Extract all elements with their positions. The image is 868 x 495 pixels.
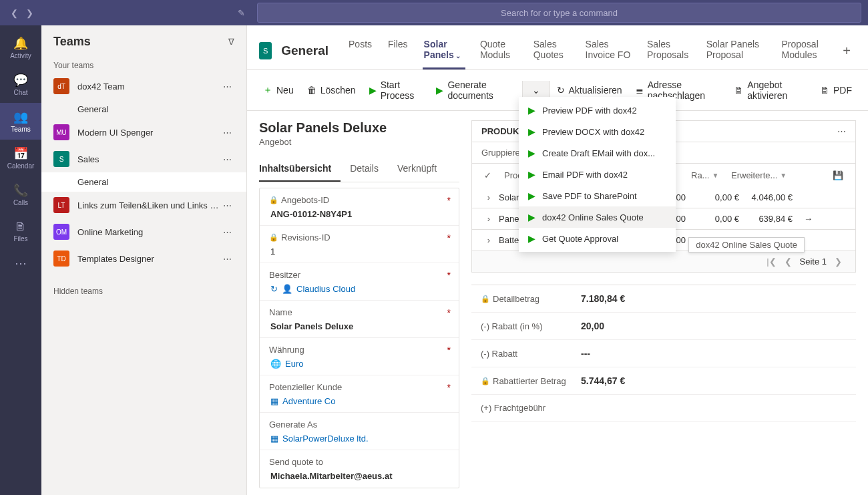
team-more-icon[interactable]: ⋯ (220, 128, 234, 138)
field[interactable]: NameSolar Panels Deluxe* (260, 301, 459, 338)
pager-page: Seite 1 (800, 257, 827, 267)
save-icon[interactable]: 💾 (827, 168, 849, 183)
nav-back-icon[interactable]: ❮ (7, 5, 22, 21)
team-more-icon[interactable]: ⋯ (220, 227, 234, 237)
hidden-teams-label: Hidden teams (41, 284, 246, 299)
record-title: Solar Panels Deluxe (259, 120, 459, 136)
record-subtitle: Angebot (259, 137, 459, 147)
field-value: Michaela.Mitarbeiter@aeus.at (269, 471, 449, 481)
channel-item[interactable]: General (41, 100, 246, 119)
pager-next-icon[interactable]: ❯ (835, 257, 842, 267)
field-label: Potenzieller Kunde (269, 382, 449, 392)
expand-icon[interactable]: › (479, 235, 499, 245)
field[interactable]: Besitzer↻👤Claudius Cloud* (260, 263, 459, 301)
teams-icon: 👥 (13, 110, 28, 124)
field-value[interactable]: ↻👤Claudius Cloud (269, 284, 449, 294)
column-header[interactable]: Ra...▼ (686, 168, 726, 183)
delete-button[interactable]: 🗑Löschen (300, 81, 363, 100)
expand-icon[interactable]: › (479, 214, 499, 224)
field-value[interactable]: 🌐Euro (269, 359, 449, 369)
channel-tab[interactable]: Sales Proposals (639, 32, 698, 69)
field-label: Besitzer (269, 270, 449, 280)
calendar-icon: 📅 (13, 146, 28, 161)
channel-header: S General PostsFilesSolar Panels⌄Quote M… (247, 25, 868, 70)
search-input[interactable]: Search for or type a command (257, 3, 861, 23)
dropdown-item[interactable]: ▶dox42 Online Sales Quote (519, 206, 676, 228)
filter-icon[interactable]: ∇ (228, 37, 234, 47)
channel-tab[interactable]: Sales Quotes (525, 32, 578, 69)
pager-first-icon[interactable]: |❮ (767, 257, 776, 267)
team-item[interactable]: TDTemplates Designer⋯ (41, 245, 246, 272)
channel-tab[interactable]: Solar Panels⌄ (416, 32, 472, 69)
rail-item-teams[interactable]: 👥Teams (0, 103, 41, 140)
team-more-icon[interactable]: ⋯ (220, 254, 234, 264)
field[interactable]: Generate As▦SolarPowerDeluxe ltd. (260, 413, 459, 450)
dropdown-item[interactable]: ▶Save PDF to SharePoint (519, 185, 676, 206)
dropdown-item[interactable]: ▶Get Quote Approval (519, 228, 676, 249)
field-value[interactable]: ▦Adventure Co (269, 396, 449, 406)
team-name: Links zum Teilen&Liken und Links zu i... (77, 200, 220, 210)
rail-item-activity[interactable]: 🔔Activity (0, 29, 41, 66)
check-column[interactable]: ✓ (479, 168, 499, 183)
dropdown-item[interactable]: ▶Preview DOCX with dox42 (519, 121, 676, 142)
channel-tab[interactable]: Posts (341, 32, 380, 69)
channel-tab[interactable]: Solar Panels Proposal (698, 32, 774, 69)
channel-tab[interactable]: Quote Moduls (472, 32, 525, 69)
detail-tab[interactable]: Details (350, 158, 388, 182)
team-item[interactable]: dTdox42 Team⋯ (41, 73, 246, 100)
play-icon: ▶ (528, 190, 535, 201)
summary-label: (-) Rabatt (in %) (481, 321, 581, 331)
filter-icon: ▼ (712, 172, 718, 179)
rail-item-calendar[interactable]: 📅Calendar (0, 140, 41, 176)
team-more-icon[interactable]: ⋯ (220, 81, 234, 92)
team-item[interactable]: OMOnline Marketing⋯ (41, 218, 246, 245)
team-item[interactable]: MUModern UI Spenger⋯ (41, 119, 246, 146)
rail-item-chat[interactable]: 💬Chat (0, 66, 41, 103)
summary-row: (-) Rabatt--- (471, 340, 856, 367)
arrow-right-icon[interactable]: → (793, 214, 813, 224)
rail-item-files[interactable]: 🗎Files (0, 213, 41, 249)
nav-forward-icon[interactable]: ❯ (22, 5, 37, 21)
channel-tab[interactable]: Proposal Modules (774, 32, 838, 69)
team-more-icon[interactable]: ⋯ (220, 200, 234, 210)
chat-icon: 💬 (13, 73, 28, 88)
rail-item-calls[interactable]: 📞Calls (0, 176, 41, 213)
team-avatar: MU (53, 124, 69, 140)
dropdown-item[interactable]: ▶Email PDF with dox42 (519, 164, 676, 185)
summary-value: --- (581, 348, 590, 359)
field-value: 1 (269, 246, 449, 257)
products-more-icon[interactable]: ⋯ (837, 126, 846, 136)
field-value[interactable]: ▦SolarPowerDeluxe ltd. (269, 434, 449, 444)
new-button[interactable]: ＋Neu (256, 80, 300, 100)
channel-tab[interactable]: Files (380, 32, 416, 69)
play-icon: ▶ (528, 169, 535, 180)
generate-documents-button[interactable]: ▶Generate documents (429, 75, 521, 105)
team-item[interactable]: LTLinks zum Teilen&Liken und Links zu i.… (41, 192, 246, 218)
activate-quote-button[interactable]: 🗎Angebot aktivieren (727, 75, 813, 105)
field[interactable]: 🔒Revisions-ID1* (260, 226, 459, 263)
expand-icon[interactable]: › (479, 192, 499, 202)
play-icon: ▶ (528, 105, 535, 116)
field[interactable]: Send quote toMichaela.Mitarbeiter@aeus.a… (260, 450, 459, 488)
field[interactable]: Potenzieller Kunde▦Adventure Co* (260, 375, 459, 413)
dropdown-item[interactable]: ▶Preview PDF with dox42 (519, 100, 676, 121)
add-tab-button[interactable]: + (837, 43, 856, 59)
team-item[interactable]: SSales⋯ (41, 146, 246, 172)
field[interactable]: Währung🌐Euro* (260, 338, 459, 375)
channel-title: General (281, 43, 329, 58)
detail-tab[interactable]: Inhaltsübersicht (259, 158, 341, 182)
compose-icon[interactable]: ✎ (238, 8, 245, 18)
detail-tab[interactable]: Verknüpft (397, 158, 446, 182)
column-header[interactable]: Erweiterte...▼ (726, 168, 793, 183)
channel-item[interactable]: General (41, 172, 246, 192)
channel-tab[interactable]: Sales Invoice FO (578, 32, 639, 69)
field-label: 🔒Revisions-ID (269, 232, 449, 242)
pager-prev-icon[interactable]: ❮ (785, 257, 792, 267)
start-process-button[interactable]: ▶Start Process (363, 75, 430, 105)
rail-more[interactable]: ⋯ (0, 249, 41, 279)
play-icon: ▶ (528, 212, 535, 222)
team-more-icon[interactable]: ⋯ (220, 154, 234, 164)
field[interactable]: 🔒Angebots-IDANG-01012-N8Y4P1* (260, 188, 459, 226)
dropdown-item[interactable]: ▶Create Draft EMail with dox... (519, 142, 676, 164)
pdf-button[interactable]: 🗎PDF (813, 81, 859, 100)
